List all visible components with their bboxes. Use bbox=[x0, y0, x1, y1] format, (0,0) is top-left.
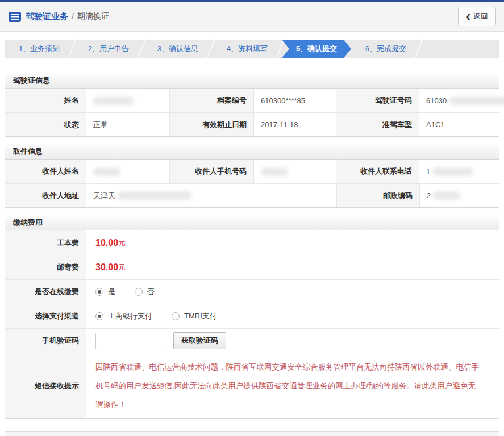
redacted-value bbox=[432, 167, 473, 176]
back-button-label: 返回 bbox=[473, 11, 488, 22]
redacted-value bbox=[118, 191, 191, 200]
field-label: 收件人姓名 bbox=[5, 160, 86, 183]
radio-unchecked-icon bbox=[135, 288, 143, 296]
section-title: 缴纳费用 bbox=[5, 215, 499, 230]
section-license-info: 驾驶证信息 姓名 档案编号 610300****85 驾驶证号码 61030 状… bbox=[5, 73, 499, 137]
step-tab-3[interactable]: 3、确认信息 bbox=[143, 40, 213, 58]
back-button[interactable]: ❮ 返回 bbox=[458, 7, 496, 26]
sms-code-controls: 获取验证码 bbox=[86, 328, 499, 353]
table-row: 收件人地址 天津天 邮政编码 2 bbox=[5, 183, 499, 207]
step-tab-5-active[interactable]: 5、确认提交 bbox=[282, 40, 351, 58]
online-pay-row: 是否在线缴费 是 否 bbox=[5, 279, 499, 304]
header-bar: 驾驶证业务 / 期满换证 ❮ 返回 bbox=[0, 2, 504, 32]
radio-checked-icon bbox=[95, 312, 103, 320]
form-list-icon bbox=[9, 12, 21, 22]
pay-channel-options: 工商银行支付 TMRI支付 bbox=[86, 304, 499, 328]
breadcrumb-separator: / bbox=[72, 12, 74, 21]
field-label: 手机验证码 bbox=[5, 328, 86, 353]
table-row: 姓名 档案编号 610300****85 驾驶证号码 61030 bbox=[5, 89, 499, 112]
radio-online-pay-no[interactable]: 否 bbox=[135, 287, 155, 297]
redacted-value bbox=[433, 191, 460, 200]
value-prefix: 2 bbox=[427, 191, 431, 200]
step-separator bbox=[414, 39, 423, 59]
fee-unit: 元 bbox=[118, 238, 126, 248]
fee-amount: 10.00 bbox=[95, 238, 118, 248]
step-tab-4[interactable]: 4、资料填写 bbox=[213, 40, 282, 58]
field-value-recipient-mobile bbox=[253, 160, 336, 183]
redacted-value bbox=[449, 97, 504, 105]
field-value-file-number: 610300****85 bbox=[253, 89, 336, 112]
sms-code-input[interactable] bbox=[95, 333, 168, 349]
step-label: 1、业务须知 bbox=[19, 44, 60, 53]
footer-bar: 上一步 完成 bbox=[5, 431, 499, 436]
redacted-value bbox=[261, 167, 288, 176]
field-value-recipient-address: 天津天 bbox=[86, 183, 336, 207]
fee-amount: 30.00 bbox=[95, 262, 118, 272]
field-label: 邮政编码 bbox=[336, 183, 419, 207]
radio-online-pay-yes[interactable]: 是 bbox=[95, 287, 115, 297]
sms-code-row: 手机验证码 获取验证码 bbox=[5, 328, 499, 353]
field-value-license-number: 61030 bbox=[419, 89, 504, 112]
radio-channel-tmri[interactable]: TMRI支付 bbox=[172, 311, 217, 321]
field-label: 收件人手机号码 bbox=[169, 160, 253, 183]
field-value-recipient-phone: 1 bbox=[419, 160, 499, 183]
fee-unit: 元 bbox=[118, 262, 126, 272]
step-separator bbox=[276, 39, 285, 59]
value-prefix: 61030 bbox=[426, 97, 447, 105]
field-label: 工本费 bbox=[5, 230, 86, 255]
fee-row-postage: 邮寄费 30.00元 bbox=[5, 255, 499, 279]
pay-channel-row: 选择支付渠道 工商银行支付 TMRI支付 bbox=[5, 304, 499, 328]
step-label: 2、用户申告 bbox=[88, 44, 129, 53]
section-payment: 缴纳费用 工本费 10.00元 邮寄费 30.00元 是否在线缴费 是 bbox=[5, 215, 499, 419]
value-prefix: 1 bbox=[426, 167, 430, 176]
page-title: 驾驶证业务 bbox=[26, 11, 68, 22]
table-row: 状态 正常 有效期止日期 2017-11-18 准驾车型 A1C1 bbox=[5, 112, 499, 136]
field-label: 姓名 bbox=[5, 89, 86, 112]
back-chevron-icon: ❮ bbox=[466, 13, 471, 20]
field-label: 邮寄费 bbox=[5, 255, 86, 279]
breadcrumb-current: 期满换证 bbox=[77, 11, 109, 22]
online-pay-options: 是 否 bbox=[86, 279, 499, 304]
field-label: 准驾车型 bbox=[336, 112, 419, 136]
radio-label: 工商银行支付 bbox=[108, 311, 152, 321]
value-prefix: 天津天 bbox=[93, 191, 115, 201]
section-title: 取件信息 bbox=[5, 144, 499, 160]
sms-notice-row: 短信接收提示 因陕西省联通、电信运营商技术问题，陕西省互联网交通安全综合服务管理… bbox=[5, 353, 499, 418]
fee-value: 30.00元 bbox=[86, 255, 499, 279]
step-tabs: 1、业务须知 2、用户申告 3、确认信息 4、资料填写 5、确认提交 6、完成提… bbox=[5, 40, 499, 58]
step-tab-6[interactable]: 6、完成提交 bbox=[351, 40, 420, 58]
step-label: 6、完成提交 bbox=[365, 44, 406, 53]
section-pickup-info: 取件信息 收件人姓名 收件人手机号码 收件人联系电话 1 收件人地址 天津天 邮… bbox=[5, 144, 499, 208]
radio-unchecked-icon bbox=[172, 312, 180, 320]
step-tab-1[interactable]: 1、业务须知 bbox=[5, 40, 74, 58]
table-row: 收件人姓名 收件人手机号码 收件人联系电话 1 bbox=[5, 160, 499, 183]
radio-group-online-pay: 是 否 bbox=[95, 287, 155, 297]
sms-notice-cell: 因陕西省联通、电信运营商技术问题，陕西省互联网交通安全综合服务管理平台无法向持陕… bbox=[86, 353, 499, 418]
field-value-status: 正常 bbox=[86, 112, 169, 136]
field-label: 收件人联系电话 bbox=[336, 160, 419, 183]
section-title: 驾驶证信息 bbox=[5, 73, 499, 89]
fee-row-production: 工本费 10.00元 bbox=[5, 230, 499, 255]
radio-checked-icon bbox=[95, 288, 103, 296]
sms-notice-text: 因陕西省联通、电信运营商技术问题，陕西省互联网交通安全综合服务管理平台无法向持陕… bbox=[95, 358, 483, 414]
step-tab-2[interactable]: 2、用户申告 bbox=[74, 40, 143, 58]
radio-label: TMRI支付 bbox=[184, 311, 217, 321]
field-label: 状态 bbox=[5, 112, 86, 136]
field-label: 选择支付渠道 bbox=[5, 304, 86, 328]
field-label: 短信接收提示 bbox=[5, 353, 86, 418]
field-label: 是否在线缴费 bbox=[5, 279, 86, 304]
field-label: 驾驶证号码 bbox=[336, 89, 419, 112]
redacted-value bbox=[93, 97, 134, 105]
field-value-name bbox=[86, 89, 169, 112]
redacted-value bbox=[93, 167, 120, 176]
step-label: 5、确认提交 bbox=[296, 44, 337, 53]
radio-label: 是 bbox=[108, 287, 115, 297]
field-label: 档案编号 bbox=[169, 89, 253, 112]
field-value-expiry-date: 2017-11-18 bbox=[253, 112, 336, 136]
get-code-button[interactable]: 获取验证码 bbox=[173, 332, 226, 349]
page: 驾驶证业务 / 期满换证 ❮ 返回 1、业务须知 2、用户申告 3、确认信息 4… bbox=[0, 0, 504, 436]
radio-group-pay-channel: 工商银行支付 TMRI支付 bbox=[95, 311, 217, 321]
fee-value: 10.00元 bbox=[86, 230, 499, 255]
radio-channel-icbc[interactable]: 工商银行支付 bbox=[95, 311, 152, 321]
field-value-vehicle-class: A1C1 bbox=[419, 112, 499, 136]
